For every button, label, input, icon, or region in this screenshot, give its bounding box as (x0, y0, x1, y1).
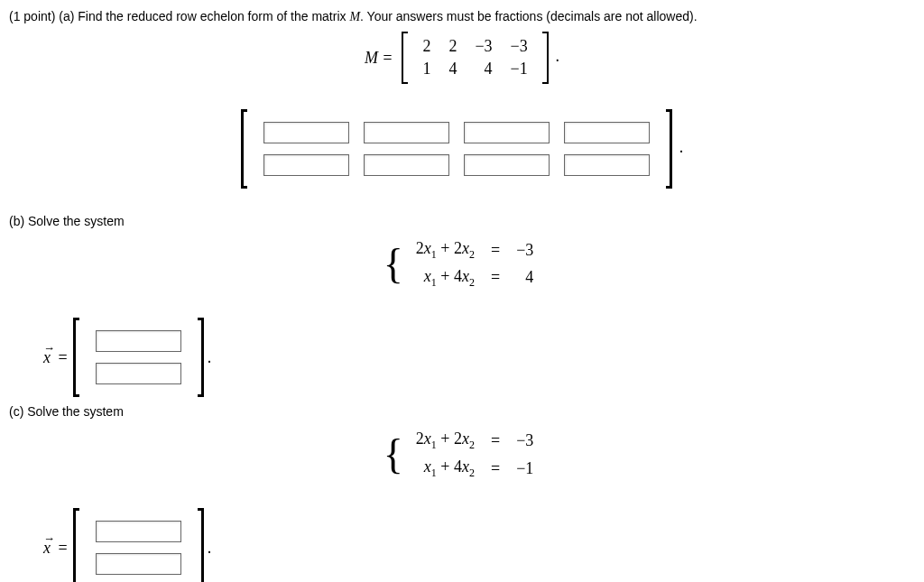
rref-input-1-1[interactable] (364, 154, 449, 176)
period: . (556, 47, 560, 65)
vector-x-label: → x = (43, 539, 68, 558)
curly-brace-icon: { (383, 434, 403, 476)
system-c-table: 2x1 + 2x2 = −3 x1 + 4x2 = −1 (409, 426, 541, 483)
period: . (208, 348, 212, 367)
matrix-cell: 2 (439, 35, 466, 58)
table-row (256, 116, 657, 149)
eq-lhs: 2x1 + 2x2 (411, 237, 480, 263)
period: . (679, 138, 684, 156)
matrix-m-display: M = 2 2 −3 −3 1 4 4 −1 . (9, 32, 915, 84)
bracket-right-icon (542, 32, 549, 84)
system-b-table: 2x1 + 2x2 = −3 x1 + 4x2 = 4 (409, 236, 541, 292)
part-a-after: . Your answers must be fractions (decima… (360, 9, 698, 23)
rref-input-0-1[interactable] (364, 122, 449, 143)
part-a-label: (a) (59, 9, 78, 23)
table-row: 2x1 + 2x2 = −3 (411, 428, 539, 454)
eq-rhs: −3 (511, 237, 539, 263)
eq-lhs: x1 + 4x2 (411, 456, 480, 482)
period: . (208, 539, 212, 558)
matrix-cell: −1 (502, 58, 537, 80)
part-c-x1-input[interactable] (96, 521, 181, 542)
vector-arrow-icon: → (43, 531, 55, 546)
bracket-right-icon (198, 508, 204, 582)
rref-input-0-3[interactable] (564, 122, 650, 143)
part-c-answer: → x = . (43, 508, 915, 582)
table-row: x1 + 4x2 = −1 (411, 456, 539, 482)
eq-rhs: −1 (511, 456, 539, 482)
eq-sign: = (482, 428, 509, 454)
vector-x-label: → x = (43, 348, 68, 367)
rref-input-0-0[interactable] (263, 122, 349, 143)
table-row (88, 325, 189, 357)
system-c-display: { 2x1 + 2x2 = −3 x1 + 4x2 = −1 (9, 426, 915, 483)
eq-rhs: −3 (511, 428, 539, 454)
rref-input-1-0[interactable] (263, 154, 349, 176)
m-equals-label: M = (365, 49, 393, 67)
vector-arrow-icon: → (43, 341, 55, 356)
matrix-m-table: 2 2 −3 −3 1 4 4 −1 (413, 35, 536, 80)
eq-sign: = (482, 456, 509, 482)
rref-input-0-2[interactable] (464, 122, 550, 143)
rref-answer-block: . (9, 109, 915, 189)
part-b-x2-input[interactable] (96, 363, 181, 384)
table-row: 2 2 −3 −3 (413, 35, 536, 58)
table-row: 1 4 4 −1 (413, 58, 536, 80)
bracket-left-icon (241, 109, 247, 189)
table-row (256, 149, 657, 181)
matrix-cell: 4 (439, 58, 466, 80)
rref-input-1-3[interactable] (564, 154, 650, 176)
system-b-display: { 2x1 + 2x2 = −3 x1 + 4x2 = 4 (9, 236, 915, 292)
part-c-input-vector (73, 508, 204, 582)
eq-sign: = (482, 265, 509, 291)
matrix-cell: 4 (466, 58, 501, 80)
table-row (88, 548, 189, 580)
part-a-before: Find the reduced row echelon form of the… (78, 9, 349, 23)
part-b-x1-input[interactable] (96, 330, 181, 352)
bracket-left-icon (402, 32, 408, 84)
part-c-x2-input[interactable] (96, 553, 181, 575)
equals-sign: = (59, 539, 68, 557)
rref-input-matrix (241, 109, 672, 189)
rref-input-1-2[interactable] (464, 154, 550, 176)
bracket-left-icon (73, 508, 79, 582)
matrix-cell: 2 (413, 35, 439, 58)
bracket-right-icon (666, 109, 672, 189)
bracket-right-icon (198, 318, 204, 397)
matrix-symbol: M (349, 10, 360, 23)
matrix-cell: −3 (502, 35, 537, 58)
matrix-cell: 1 (413, 58, 439, 80)
part-b-answer: → x = . (43, 318, 915, 397)
table-row (88, 357, 189, 390)
part-a-prompt: (1 point) (a) Find the reduced row echel… (9, 9, 915, 24)
table-row: 2x1 + 2x2 = −3 (411, 237, 539, 263)
part-b-label: (b) Solve the system (9, 214, 915, 228)
table-row: x1 + 4x2 = 4 (411, 265, 539, 291)
eq-rhs: 4 (511, 265, 539, 291)
eq-lhs: 2x1 + 2x2 (411, 428, 480, 454)
part-c-label: (c) Solve the system (9, 404, 915, 419)
points-label: (1 point) (9, 9, 59, 23)
bracket-left-icon (73, 318, 79, 397)
eq-sign: = (482, 237, 509, 263)
equals-sign: = (59, 348, 68, 366)
part-b-input-vector (73, 318, 204, 397)
matrix-m: 2 2 −3 −3 1 4 4 −1 (402, 32, 548, 84)
matrix-cell: −3 (466, 35, 501, 58)
curly-brace-icon: { (383, 244, 403, 285)
eq-lhs: x1 + 4x2 (411, 265, 480, 291)
table-row (88, 515, 189, 548)
